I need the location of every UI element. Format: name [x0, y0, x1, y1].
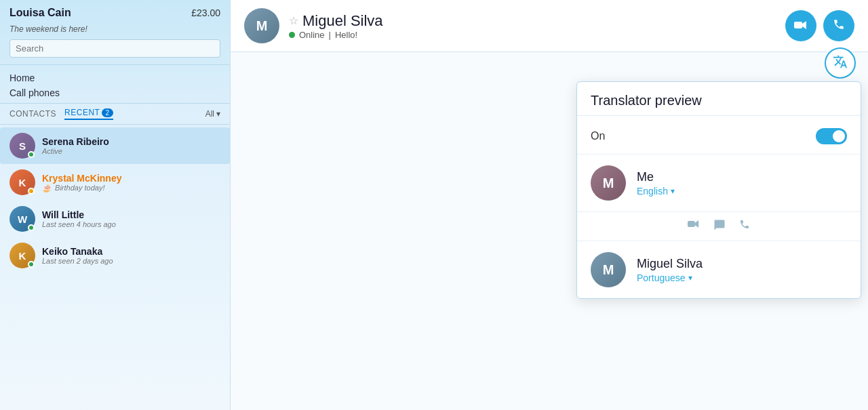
avatar: W: [9, 206, 35, 232]
list-item[interactable]: K Krystal McKinney 🎂 Birthday today!: [0, 164, 230, 201]
contact-sub: 🎂 Birthday today!: [42, 184, 220, 192]
main-area: M ☆ Miguel Silva Online | Hello!: [231, 0, 868, 410]
contact-sub: Last seen 2 days ago: [42, 257, 220, 265]
tab-all[interactable]: All ▾: [205, 109, 220, 119]
status-indicator: [28, 188, 35, 194]
sidebar-header: Louisa Cain £23.00 The weekend is here!: [0, 0, 230, 65]
contact-list: S Serena Ribeiro Active K Krystal McKinn…: [0, 125, 230, 410]
status-indicator: [28, 224, 35, 231]
tab-recent[interactable]: RECENT2: [64, 108, 113, 120]
me-row: M Me English ▾: [577, 155, 861, 211]
divider-icons: [577, 211, 861, 241]
toggle-label: On: [591, 130, 605, 142]
translator-popup-wrap: Translator preview On M Me English ▾: [576, 47, 861, 299]
contact-name: Will Little: [42, 209, 220, 220]
contact-person-name: Miguel Silva: [637, 257, 847, 271]
birthday-icon: 🎂: [42, 184, 52, 192]
contact-status: Online: [299, 30, 325, 40]
contact-header-name: Miguel Silva: [302, 12, 383, 30]
contact-avatar: M: [591, 252, 626, 287]
nav-call-phones[interactable]: Call phones: [9, 85, 220, 100]
sidebar: Louisa Cain £23.00 The weekend is here! …: [0, 0, 231, 410]
header-actions: [785, 10, 854, 41]
user-credit: £23.00: [191, 7, 220, 18]
contact-row: M Miguel Silva Portuguese ▾: [577, 241, 861, 298]
user-status: The weekend is here!: [9, 24, 220, 34]
phone-divider-icon[interactable]: [739, 219, 750, 234]
tab-contacts[interactable]: CONTACTS: [9, 109, 56, 119]
list-item[interactable]: W Will Little Last seen 4 hours ago: [0, 201, 230, 237]
svg-rect-1: [688, 221, 695, 227]
me-name: Me: [637, 170, 847, 184]
star-icon[interactable]: ☆: [289, 14, 298, 27]
list-item[interactable]: S Serena Ribeiro Active: [0, 127, 230, 164]
contact-name: Serena Ribeiro: [42, 136, 220, 147]
tabs-row: CONTACTS RECENT2 All ▾: [0, 104, 230, 125]
chevron-down-icon: ▾: [671, 186, 675, 196]
avatar: K: [9, 169, 35, 195]
chat-divider-icon[interactable]: [713, 219, 726, 234]
chevron-down-icon: ▾: [688, 273, 692, 283]
status-indicator: [28, 151, 35, 158]
voice-call-button[interactable]: [823, 10, 854, 41]
online-status-dot: [289, 32, 295, 38]
me-avatar: M: [591, 165, 626, 201]
translator-popup: Translator preview On M Me English ▾: [576, 81, 861, 299]
translator-button[interactable]: [825, 47, 856, 79]
nav-home[interactable]: Home: [9, 70, 220, 85]
phone-icon: [833, 18, 845, 34]
contact-hello: Hello!: [335, 30, 357, 40]
status-indicator: [28, 261, 35, 268]
me-language-selector[interactable]: English ▾: [637, 186, 847, 197]
video-icon: [794, 19, 808, 33]
translator-title: Translator preview: [591, 93, 847, 108]
svg-rect-0: [794, 22, 802, 28]
user-row: Louisa Cain £23.00: [9, 7, 220, 19]
avatar: S: [9, 133, 35, 159]
contact-language-selector[interactable]: Portuguese ▾: [637, 272, 847, 283]
contact-name: Krystal McKinney: [42, 173, 220, 184]
avatar: K: [9, 243, 35, 268]
contact-sub: Last seen 4 hours ago: [42, 220, 220, 228]
video-call-button[interactable]: [785, 10, 816, 41]
nav-items: Home Call phones: [0, 65, 230, 104]
current-user-name: Louisa Cain: [9, 7, 71, 19]
translator-icon: [833, 54, 848, 73]
list-item[interactable]: K Keiko Tanaka Last seen 2 days ago: [0, 237, 230, 274]
contact-sub: Active: [42, 147, 220, 155]
recent-badge: 2: [102, 108, 113, 117]
search-input[interactable]: [9, 39, 220, 58]
contact-name: Keiko Tanaka: [42, 246, 220, 257]
chevron-down-icon: ▾: [216, 109, 220, 119]
avatar: M: [244, 8, 279, 43]
translator-toggle[interactable]: [816, 128, 847, 144]
video-divider-icon[interactable]: [688, 219, 700, 234]
contact-header: M ☆ Miguel Silva Online | Hello!: [231, 0, 868, 52]
